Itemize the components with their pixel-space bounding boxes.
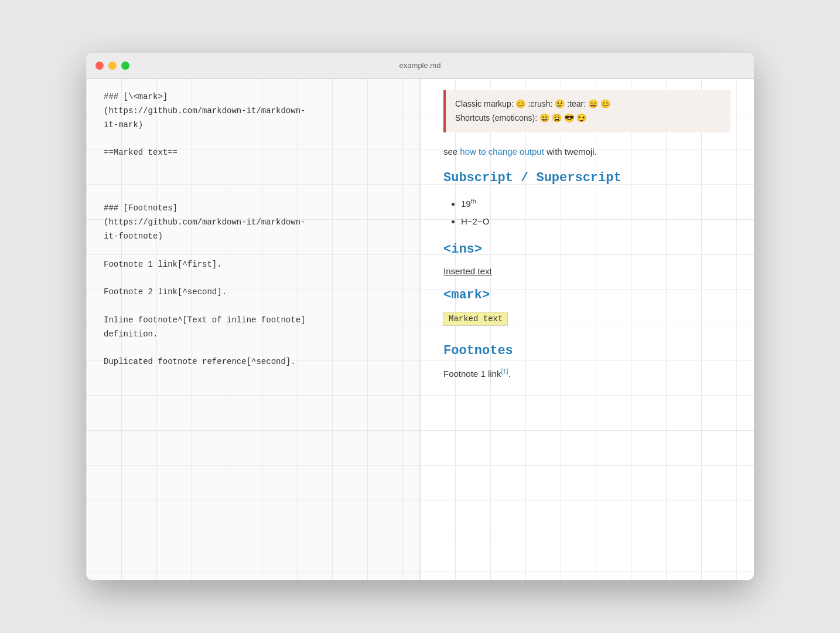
list-item-19th: 19th	[461, 195, 730, 213]
traffic-lights	[95, 62, 129, 70]
app-window: example.md ### [\<mark>] (https://github…	[86, 53, 754, 580]
ins-heading: <ins>	[443, 242, 730, 257]
preview-pane: Classic markup: 😊 :crush: 😢 :tear: 😄 😊 S…	[420, 79, 754, 580]
minimize-button[interactable]	[108, 62, 117, 70]
twemoji-link[interactable]: how to change output	[460, 147, 544, 156]
blockquote: Classic markup: 😊 :crush: 😢 :tear: 😄 😊 S…	[443, 90, 730, 132]
marked-text: Marked text	[443, 312, 508, 326]
inserted-text: Inserted text	[443, 266, 730, 276]
mark-heading: <mark>	[443, 288, 730, 302]
window-title: example.md	[399, 61, 441, 70]
source-editor[interactable]: ### [\<mark>] (https://github.com/markdo…	[104, 90, 402, 369]
editor-area: ### [\<mark>] (https://github.com/markdo…	[86, 79, 754, 580]
footnote-ref-1: [1]	[501, 367, 508, 375]
subscript-list: 19th H~2~O	[443, 195, 730, 230]
see-twemoji-text: see how to change output with twemoji.	[443, 144, 730, 159]
subscript-superscript-heading: Subscript / Superscript	[443, 171, 730, 185]
blockquote-line2: Shortcuts (emoticons): 😀 😩 😎 😏	[455, 111, 721, 125]
close-button[interactable]	[95, 62, 104, 70]
footnote-1-line: Footnote 1 link[1].	[443, 367, 730, 379]
fullscreen-button[interactable]	[121, 62, 129, 70]
source-pane[interactable]: ### [\<mark>] (https://github.com/markdo…	[86, 79, 420, 580]
footnotes-heading: Footnotes	[443, 343, 730, 358]
titlebar: example.md	[86, 53, 754, 79]
blockquote-line1: Classic markup: 😊 :crush: 😢 :tear: 😄 😊	[455, 97, 721, 111]
list-item-h2o: H~2~O	[461, 213, 730, 230]
